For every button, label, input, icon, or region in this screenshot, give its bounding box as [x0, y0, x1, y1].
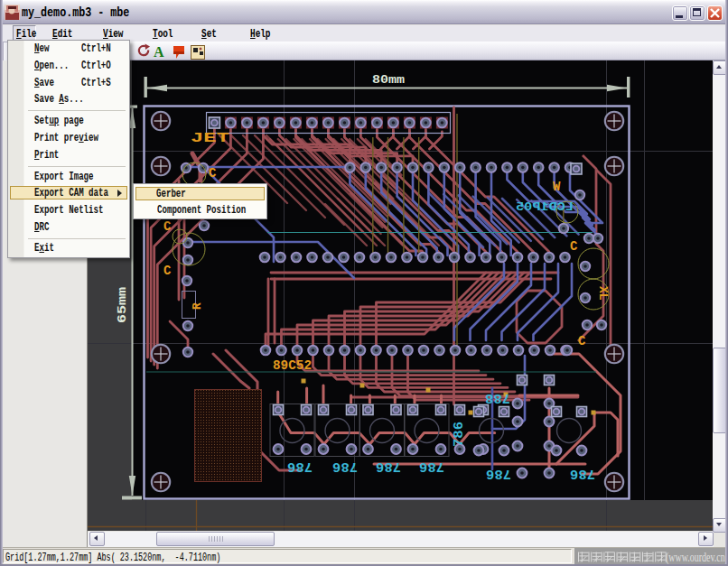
svg-text:R: R — [191, 302, 204, 310]
svg-text:786: 786 — [570, 466, 595, 481]
svg-text:786: 786 — [486, 466, 511, 481]
svg-text:C: C — [578, 334, 586, 348]
svg-text:(www.ourdev.cn): (www.ourdev.cn) — [666, 551, 728, 565]
svg-text:786: 786 — [287, 459, 313, 474]
svg-text:89C52: 89C52 — [273, 358, 312, 374]
svg-text:786: 786 — [452, 422, 467, 447]
svg-text:LCD1P05: LCD1P05 — [516, 200, 574, 214]
svg-text:786: 786 — [332, 459, 358, 474]
svg-text:W: W — [553, 180, 561, 194]
svg-text:C: C — [570, 239, 578, 254]
svg-text:65mm: 65mm — [116, 287, 129, 323]
svg-text:C: C — [209, 166, 217, 181]
svg-text:XL: XL — [596, 286, 610, 301]
svg-text:786: 786 — [376, 459, 401, 474]
svg-text:80mm: 80mm — [372, 73, 405, 87]
svg-text:786: 786 — [419, 459, 444, 474]
svg-text:JET: JET — [191, 131, 229, 146]
svg-text:C: C — [163, 264, 172, 278]
svg-text:C: C — [163, 219, 172, 234]
svg-text:A: A — [154, 44, 164, 60]
svg-text:788: 788 — [485, 390, 510, 405]
